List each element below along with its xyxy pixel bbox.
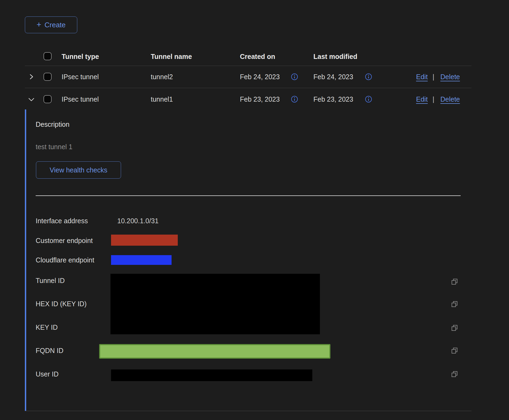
tunnel-type-cell: IPsec tunnel [62, 73, 99, 81]
field-label-interface-address: Interface address [36, 217, 88, 225]
last-modified-info-icon[interactable] [365, 96, 372, 103]
edit-link[interactable]: Edit [416, 73, 428, 81]
column-header-tunnel-name: Tunnel name [151, 52, 192, 61]
description-label: Description [36, 120, 69, 128]
tunnel-name-cell: tunnel2 [151, 73, 173, 81]
field-label-customer-endpoint: Customer endpoint [36, 236, 93, 245]
customer-endpoint-redaction [111, 235, 178, 246]
field-label-fqdn-id: FQDN ID [36, 346, 63, 355]
created-on-cell: Feb 23, 2023 [240, 95, 280, 103]
create-button[interactable]: + Create [25, 16, 77, 33]
expand-chevron-right-icon[interactable] [28, 74, 35, 80]
row-checkbox[interactable] [43, 95, 52, 103]
description-value: test tunnel 1 [36, 143, 72, 151]
tunnel-type-cell: IPsec tunnel [62, 95, 99, 103]
expanded-panel-accent-bar [25, 109, 26, 411]
view-health-checks-label: View health checks [50, 166, 108, 174]
copy-key-id-icon[interactable] [451, 324, 458, 332]
row-checkbox[interactable] [43, 73, 52, 81]
last-modified-cell: Feb 23, 2023 [313, 95, 353, 103]
header-divider [25, 66, 471, 66]
field-label-user-id: User ID [36, 370, 59, 378]
panel-divider [36, 195, 461, 196]
copy-fqdn-id-icon[interactable] [451, 347, 458, 354]
created-on-info-icon[interactable] [291, 96, 298, 103]
copy-user-id-icon[interactable] [451, 371, 458, 378]
select-all-checkbox[interactable] [43, 52, 52, 60]
tunnels-page: + Create Tunnel type Tunnel name Created… [0, 0, 509, 420]
delete-link[interactable]: Delete [440, 73, 460, 81]
tunnel-id-group-redaction [110, 274, 320, 334]
fqdn-id-redaction [99, 344, 330, 359]
last-modified-info-icon[interactable] [365, 73, 372, 80]
copy-hex-id-icon[interactable] [451, 301, 458, 308]
field-label-cloudflare-endpoint: Cloudflare endpoint [36, 256, 94, 264]
column-header-created-on: Created on [240, 52, 275, 61]
user-id-redaction [111, 369, 312, 381]
column-header-last-modified: Last modified [313, 52, 357, 61]
field-label-key-id: KEY ID [36, 323, 58, 331]
created-on-info-icon[interactable] [291, 73, 298, 80]
cloudflare-endpoint-redaction [111, 255, 172, 265]
last-modified-cell: Feb 24, 2023 [313, 73, 353, 81]
delete-link[interactable]: Delete [440, 95, 460, 103]
field-label-tunnel-id: Tunnel ID [36, 276, 65, 285]
column-header-tunnel-type: Tunnel type [62, 52, 99, 61]
edit-link[interactable]: Edit [416, 95, 428, 103]
collapse-chevron-down-icon[interactable] [28, 96, 35, 103]
field-value-interface-address: 10.200.1.0/31 [117, 217, 159, 225]
copy-tunnel-id-icon[interactable] [451, 278, 458, 285]
view-health-checks-button[interactable]: View health checks [36, 161, 121, 179]
field-label-hex-id: HEX ID (KEY ID) [36, 300, 86, 308]
tunnel-name-cell: tunnel1 [151, 95, 173, 103]
plus-icon: + [36, 21, 41, 29]
created-on-cell: Feb 24, 2023 [240, 73, 280, 81]
action-separator: | [433, 95, 434, 103]
action-separator: | [433, 73, 434, 81]
row-divider [25, 88, 471, 88]
create-button-label: Create [45, 21, 66, 29]
panel-bottom-divider [25, 411, 471, 411]
